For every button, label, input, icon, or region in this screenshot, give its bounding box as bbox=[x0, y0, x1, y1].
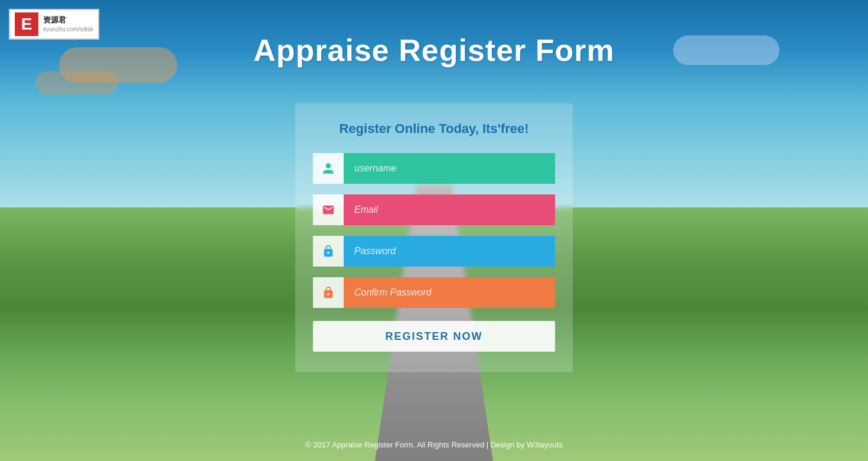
logo-text: 资源君 eyunzhu.com/vdisk bbox=[43, 15, 93, 34]
username-row bbox=[313, 153, 555, 184]
email-row bbox=[313, 194, 555, 225]
lock-icon bbox=[313, 236, 344, 267]
confirm-lock-icon bbox=[313, 277, 344, 308]
footer-text: © 2017 Appraise Register Form. All Right… bbox=[305, 440, 563, 449]
register-button[interactable]: REGISTER NOW bbox=[313, 321, 555, 352]
form-subtitle: Register Online Today, Its'free! bbox=[313, 121, 555, 137]
password-row bbox=[313, 236, 555, 267]
user-icon bbox=[313, 153, 344, 184]
cloud-2 bbox=[35, 71, 118, 95]
password-input[interactable] bbox=[344, 236, 555, 267]
email-icon bbox=[313, 194, 344, 225]
logo-name: 资源君 bbox=[43, 15, 93, 25]
register-form: Register Online Today, Its'free! bbox=[295, 103, 573, 372]
confirm-password-row bbox=[313, 277, 555, 308]
username-input[interactable] bbox=[344, 153, 555, 184]
email-input[interactable] bbox=[344, 194, 555, 225]
footer: © 2017 Appraise Register Form. All Right… bbox=[0, 440, 868, 449]
page-title: Appraise Register Form bbox=[0, 33, 868, 68]
confirm-password-input[interactable] bbox=[344, 277, 555, 308]
